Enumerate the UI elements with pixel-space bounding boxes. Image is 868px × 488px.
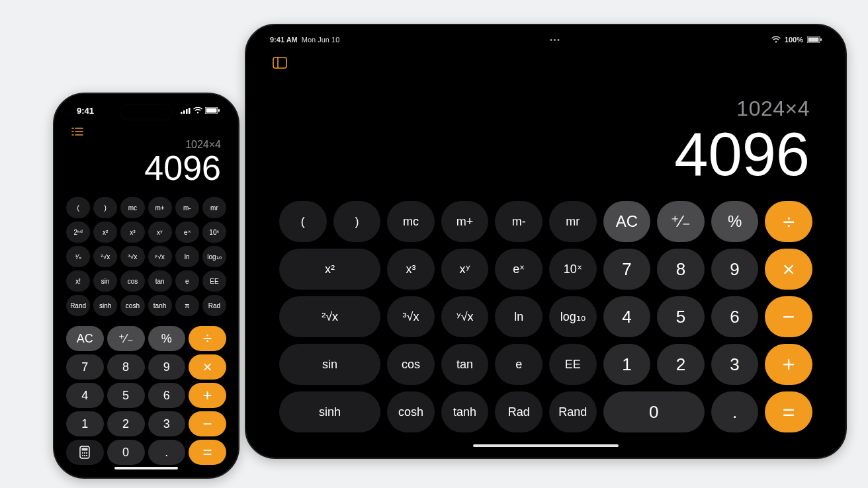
sin-button[interactable]: sin: [279, 344, 380, 385]
percent-button[interactable]: %: [148, 326, 186, 351]
cosh-button[interactable]: cosh: [387, 391, 435, 432]
digit-9[interactable]: 9: [148, 354, 186, 380]
rparen-button[interactable]: ): [333, 201, 381, 242]
ten-pow-x-button[interactable]: 10ˣ: [549, 249, 597, 290]
tanh-button[interactable]: tanh: [441, 391, 489, 432]
calculator-mode-button[interactable]: [66, 440, 104, 465]
divide-button[interactable]: ÷: [189, 326, 226, 351]
equals-button[interactable]: =: [765, 391, 812, 432]
cos-button[interactable]: cos: [387, 344, 435, 385]
tan-button[interactable]: tan: [441, 344, 489, 385]
sci-x-button[interactable]: ²√x: [93, 246, 117, 267]
sci-x-button[interactable]: x²: [93, 222, 117, 243]
digit-5[interactable]: 5: [657, 296, 705, 337]
sci-x-button[interactable]: x!: [66, 270, 90, 292]
sci--button[interactable]: ): [93, 197, 117, 218]
e-button[interactable]: e: [495, 344, 542, 385]
digit-0[interactable]: 0: [107, 440, 145, 465]
sci-m-button[interactable]: m-: [175, 197, 199, 218]
plus-button[interactable]: +: [189, 383, 226, 408]
sci-sinh-button[interactable]: sinh: [93, 295, 117, 316]
home-indicator[interactable]: [114, 467, 178, 469]
sidebar-toggle-icon[interactable]: [273, 57, 287, 71]
sci-sin-button[interactable]: sin: [93, 270, 117, 292]
ac-button[interactable]: AC: [66, 326, 104, 351]
digit-2[interactable]: 2: [657, 344, 705, 385]
digit-3[interactable]: 3: [148, 411, 186, 436]
yroot-button[interactable]: ʸ√x: [441, 296, 489, 337]
sci--button[interactable]: π: [175, 295, 199, 316]
decimal-button[interactable]: .: [148, 440, 186, 465]
mplus-button[interactable]: m+: [441, 201, 489, 242]
sci-mr-button[interactable]: mr: [202, 197, 226, 218]
sci-x-button[interactable]: ³√x: [120, 246, 144, 267]
cbrt-button[interactable]: ³√x: [387, 296, 435, 337]
digit-7[interactable]: 7: [603, 249, 651, 290]
digit-6[interactable]: 6: [148, 383, 186, 408]
rad-button[interactable]: Rad: [495, 391, 542, 432]
digit-9[interactable]: 9: [711, 249, 759, 290]
sci-x-button[interactable]: ʸ√x: [148, 246, 172, 267]
ee-button[interactable]: EE: [549, 344, 597, 385]
sci-cosh-button[interactable]: cosh: [120, 295, 144, 316]
e-pow-x-button[interactable]: eˣ: [495, 249, 542, 290]
sci-cos-button[interactable]: cos: [120, 270, 144, 292]
decimal-button[interactable]: .: [711, 391, 759, 432]
equals-button[interactable]: =: [189, 440, 226, 465]
digit-1[interactable]: 1: [603, 344, 651, 385]
sign-button[interactable]: ⁺∕₋: [107, 326, 145, 351]
mr-button[interactable]: mr: [549, 201, 597, 242]
ipad-multitask-dots-icon[interactable]: •••: [550, 36, 561, 44]
ac-button[interactable]: AC: [603, 201, 651, 242]
sinh-button[interactable]: sinh: [279, 391, 380, 432]
sci--button[interactable]: ¹⁄ₓ: [66, 246, 90, 267]
sci-e-button[interactable]: eˣ: [175, 222, 199, 243]
digit-7[interactable]: 7: [66, 354, 104, 380]
sci-10-button[interactable]: 10ˣ: [202, 222, 226, 243]
history-list-icon[interactable]: [71, 127, 83, 139]
digit-5[interactable]: 5: [107, 383, 145, 408]
sci-rand-button[interactable]: Rand: [66, 295, 90, 316]
plus-button[interactable]: +: [765, 344, 812, 385]
mminus-button[interactable]: m-: [495, 201, 542, 242]
home-indicator[interactable]: [473, 444, 619, 447]
sci-mc-button[interactable]: mc: [120, 197, 144, 218]
percent-button[interactable]: %: [711, 201, 759, 242]
sign-button[interactable]: ⁺∕₋: [657, 201, 705, 242]
x-squared-button[interactable]: x²: [279, 249, 380, 290]
sqrt-button[interactable]: ²√x: [279, 296, 380, 337]
rand-button[interactable]: Rand: [549, 391, 597, 432]
log10-button[interactable]: log₁₀: [549, 296, 597, 337]
digit-8[interactable]: 8: [107, 354, 145, 380]
ln-button[interactable]: ln: [495, 296, 542, 337]
digit-8[interactable]: 8: [657, 249, 705, 290]
multiply-button[interactable]: ×: [765, 249, 812, 290]
digit-1[interactable]: 1: [66, 411, 104, 436]
digit-4[interactable]: 4: [66, 383, 104, 408]
sci-ln-button[interactable]: ln: [175, 246, 199, 267]
minus-button[interactable]: −: [189, 411, 226, 436]
sci-ee-button[interactable]: EE: [202, 270, 226, 292]
sci-rad-button[interactable]: Rad: [202, 295, 226, 316]
sci-tanh-button[interactable]: tanh: [148, 295, 172, 316]
sci-x-button[interactable]: x³: [120, 222, 144, 243]
divide-button[interactable]: ÷: [765, 201, 812, 242]
digit-2[interactable]: 2: [107, 411, 145, 436]
sci-tan-button[interactable]: tan: [148, 270, 172, 292]
lparen-button[interactable]: (: [279, 201, 327, 242]
multiply-button[interactable]: ×: [189, 354, 226, 380]
digit-0[interactable]: 0: [603, 391, 705, 432]
minus-button[interactable]: −: [765, 296, 812, 337]
sci--button[interactable]: (: [66, 197, 90, 218]
sci-log-button[interactable]: log₁₀: [202, 246, 226, 267]
digit-4[interactable]: 4: [603, 296, 651, 337]
x-cubed-button[interactable]: x³: [387, 249, 435, 290]
sci-2-button[interactable]: 2ⁿᵈ: [66, 222, 90, 243]
sci-m-button[interactable]: m+: [148, 197, 172, 218]
x-pow-y-button[interactable]: xʸ: [441, 249, 489, 290]
sci-x-button[interactable]: xʸ: [148, 222, 172, 243]
digit-6[interactable]: 6: [711, 296, 759, 337]
sci-e-button[interactable]: e: [175, 270, 199, 292]
mc-button[interactable]: mc: [387, 201, 435, 242]
digit-3[interactable]: 3: [711, 344, 759, 385]
